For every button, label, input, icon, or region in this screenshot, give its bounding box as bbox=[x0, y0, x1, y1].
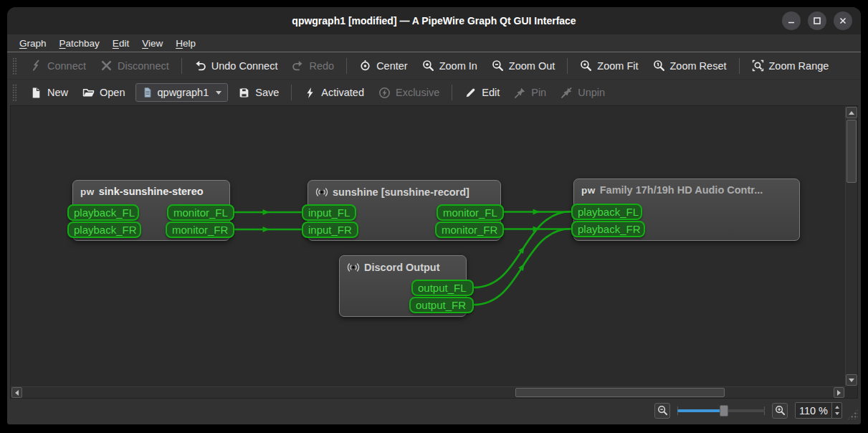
titlebar: qpwgraph1 [modified] — A PipeWire Graph … bbox=[7, 7, 861, 34]
zoom-in-button[interactable]: Zoom In bbox=[415, 55, 485, 76]
center-button[interactable]: Center bbox=[352, 55, 415, 76]
graph-scene: pwsink-sunshine-stereo sunshine [sunshin… bbox=[11, 106, 845, 386]
spin-down-button[interactable] bbox=[835, 412, 839, 415]
statusbar-zoom-out-button[interactable] bbox=[654, 403, 670, 419]
scroll-up-button[interactable] bbox=[846, 107, 857, 118]
arrowhead-icon bbox=[263, 209, 270, 215]
patchbay-select-dropdown[interactable]: qpwgraph1 bbox=[135, 83, 229, 102]
port-output[interactable]: output_FL bbox=[411, 280, 474, 296]
triangle-up-icon bbox=[849, 111, 854, 115]
menu-edit[interactable]: Edit bbox=[106, 36, 135, 51]
unpin-button[interactable]: Unpin bbox=[553, 82, 612, 103]
connect-button[interactable]: Connect bbox=[23, 55, 93, 76]
toolbar-separator bbox=[181, 58, 182, 74]
toolbar-separator bbox=[452, 85, 452, 100]
zoom-out-icon bbox=[492, 60, 504, 72]
connections-layer bbox=[11, 106, 845, 386]
connect-icon bbox=[30, 60, 42, 72]
window-title: qpwgraph1 [modified] — A PipeWire Graph … bbox=[292, 15, 576, 27]
port-input[interactable]: input_FL bbox=[302, 204, 356, 221]
horizontal-scroll-thumb[interactable] bbox=[515, 388, 725, 397]
close-icon bbox=[839, 16, 847, 25]
zoom-slider[interactable] bbox=[677, 404, 765, 417]
port-output[interactable]: monitor_FL bbox=[167, 204, 234, 221]
open-button[interactable]: Open bbox=[75, 82, 132, 103]
bolt-circle-icon bbox=[378, 87, 391, 99]
port-input[interactable]: playback_FR bbox=[67, 222, 141, 238]
graph-toolbar: Connect Disconnect Undo Connect Redo Cen… bbox=[7, 52, 861, 79]
slider-fill bbox=[677, 409, 724, 412]
scroll-left-button[interactable] bbox=[11, 387, 22, 398]
disconnect-button[interactable]: Disconnect bbox=[93, 55, 176, 76]
menu-view[interactable]: View bbox=[135, 36, 169, 51]
port-output[interactable]: monitor_FL bbox=[437, 204, 504, 221]
resize-grip[interactable] bbox=[847, 409, 858, 419]
zoom-out-button[interactable]: Zoom Out bbox=[485, 55, 562, 76]
zoom-fit-button[interactable]: Zoom Fit bbox=[573, 55, 645, 76]
pin-icon bbox=[514, 87, 526, 99]
zoom-out-icon bbox=[657, 405, 668, 416]
zoom-percent-value: 110 % bbox=[799, 405, 828, 417]
triangle-left-icon bbox=[15, 390, 19, 396]
vertical-scroll-thumb[interactable] bbox=[846, 120, 857, 183]
zoom-fit-icon bbox=[580, 60, 592, 72]
zoom-range-button[interactable]: Zoom Range bbox=[745, 55, 836, 76]
slider-handle[interactable] bbox=[720, 405, 728, 417]
scroll-right-button[interactable] bbox=[834, 387, 844, 398]
horizontal-scrollbar[interactable] bbox=[11, 386, 845, 398]
maximize-button[interactable] bbox=[808, 11, 826, 30]
graph-canvas[interactable]: pwsink-sunshine-stereo sunshine [sunshin… bbox=[10, 105, 858, 399]
zoom-percent-spinbox[interactable]: 110 % bbox=[795, 402, 842, 419]
save-icon bbox=[238, 87, 250, 99]
port-input[interactable]: input_FR bbox=[302, 222, 358, 238]
bolt-icon bbox=[304, 87, 316, 99]
arrowhead-icon bbox=[263, 227, 270, 232]
zoom-reset-button[interactable]: Zoom Reset bbox=[646, 55, 734, 76]
port-output[interactable]: monitor_FR bbox=[166, 222, 234, 238]
statusbar-zoom-in-button[interactable] bbox=[772, 403, 788, 419]
undo-icon bbox=[194, 60, 206, 72]
port-input[interactable]: playback_FL bbox=[67, 204, 139, 221]
redo-icon bbox=[292, 60, 304, 72]
new-file-icon bbox=[30, 87, 42, 99]
zoom-range-icon bbox=[752, 60, 764, 72]
undo-connect-button[interactable]: Undo Connect bbox=[187, 55, 285, 76]
arrowhead-icon bbox=[533, 209, 540, 215]
spin-up-button[interactable] bbox=[835, 406, 839, 409]
menu-help[interactable]: Help bbox=[169, 36, 202, 51]
menu-graph[interactable]: Graph bbox=[13, 36, 53, 51]
minimize-icon bbox=[787, 16, 796, 25]
port-input[interactable]: playback_FR bbox=[571, 221, 645, 237]
exclusive-toggle[interactable]: Exclusive bbox=[371, 82, 447, 103]
zoom-in-icon bbox=[422, 60, 434, 72]
port-output[interactable]: output_FR bbox=[409, 297, 474, 313]
port-input[interactable]: playback_FL bbox=[571, 204, 642, 220]
vertical-scrollbar[interactable] bbox=[845, 106, 857, 386]
toolbar-drag-handle[interactable] bbox=[12, 84, 17, 101]
save-button[interactable]: Save bbox=[231, 82, 286, 103]
unpin-icon bbox=[561, 87, 573, 99]
new-button[interactable]: New bbox=[23, 82, 75, 103]
toolbar-separator bbox=[739, 58, 740, 74]
redo-button[interactable]: Redo bbox=[285, 55, 341, 76]
toolbar-separator bbox=[291, 85, 292, 100]
zoom-in-icon bbox=[775, 405, 786, 416]
close-button[interactable] bbox=[834, 11, 852, 30]
patchbay-toolbar: New Open qpwgraph1 Save Activated Exclus… bbox=[7, 79, 861, 105]
menu-patchbay[interactable]: Patchbay bbox=[53, 36, 106, 51]
toolbar-drag-handle[interactable] bbox=[12, 57, 17, 75]
triangle-right-icon bbox=[837, 390, 841, 396]
scroll-down-button[interactable] bbox=[846, 374, 857, 386]
statusbar: 110 % bbox=[7, 399, 861, 422]
center-icon bbox=[359, 60, 371, 72]
chevron-down-icon bbox=[216, 91, 221, 95]
patchbay-file-icon bbox=[142, 87, 153, 98]
minimize-button[interactable] bbox=[782, 11, 801, 30]
port-output[interactable]: monitor_FR bbox=[435, 222, 504, 238]
disconnect-icon bbox=[100, 60, 113, 72]
activated-toggle[interactable]: Activated bbox=[297, 82, 371, 103]
pin-button[interactable]: Pin bbox=[507, 82, 553, 103]
edit-button[interactable]: Edit bbox=[457, 82, 507, 103]
menubar: Graph Patchbay Edit View Help bbox=[7, 34, 861, 52]
zoom-reset-icon bbox=[653, 60, 665, 72]
